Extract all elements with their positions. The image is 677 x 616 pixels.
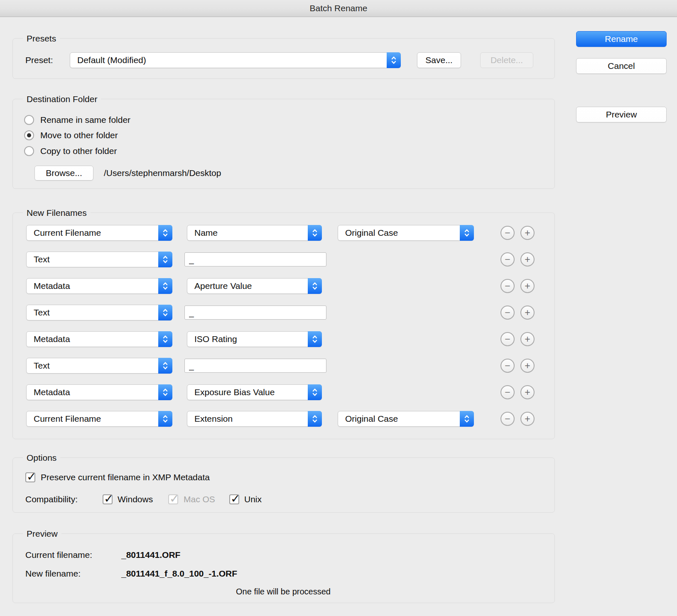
row7-field-value: Exposure Bias Value — [194, 385, 275, 400]
checkmark-icon: ✓ — [104, 492, 113, 506]
remove-icon: − — [505, 361, 510, 371]
row7-add-button[interactable]: + — [520, 385, 535, 399]
new-filename-value: _8011441_f_8.0_100_-1.ORF — [121, 568, 237, 579]
radio-rename-in-same-folder[interactable] — [24, 115, 34, 125]
row6-text-input[interactable] — [184, 359, 326, 373]
row4-element-select[interactable]: Text — [26, 305, 172, 320]
add-icon: + — [525, 281, 530, 291]
row8-remove-button[interactable]: − — [500, 412, 515, 426]
preset-label: Preset: — [25, 55, 53, 66]
row8-element-value: Current Filename — [34, 411, 101, 426]
destination-path: /Users/stephenmarsh/Desktop — [104, 168, 221, 178]
row7-remove-button[interactable]: − — [500, 385, 515, 399]
preview-button[interactable]: Preview — [576, 107, 667, 122]
row1-case-value: Original Case — [345, 225, 398, 240]
row1-element-value: Current Filename — [34, 225, 101, 240]
process-status-text: One file will be processed — [12, 587, 554, 596]
stepper-icon — [308, 225, 322, 241]
row3-add-button[interactable]: + — [520, 279, 535, 293]
preset-select[interactable]: Default (Modified) — [70, 52, 401, 68]
stepper-icon — [158, 411, 172, 427]
remove-icon: − — [505, 388, 510, 397]
row1-add-button[interactable]: + — [520, 226, 535, 240]
row3-field-value: Aperture Value — [194, 279, 252, 293]
row8-case-value: Original Case — [345, 411, 398, 426]
radio-move-to-other-folder[interactable] — [24, 130, 34, 140]
remove-icon: − — [505, 228, 510, 238]
row1-field-value: Name — [194, 225, 218, 240]
row2-remove-button[interactable]: − — [500, 252, 515, 266]
stepper-icon — [158, 384, 172, 400]
add-icon: + — [525, 228, 530, 238]
row7-field-select[interactable]: Exposure Bias Value — [187, 384, 322, 400]
stepper-icon — [158, 331, 172, 347]
row6-element-value: Text — [34, 358, 50, 373]
compatibility-windows-checkbox[interactable]: ✓ — [103, 494, 113, 504]
stepper-icon — [158, 252, 172, 267]
row8-field-select[interactable]: Extension — [187, 411, 322, 427]
row6-add-button[interactable]: + — [520, 359, 535, 373]
radio-move-to-other-folder-label: Move to other folder — [40, 130, 118, 141]
row4-add-button[interactable]: + — [520, 306, 535, 320]
radio-copy-to-other-folder-label: Copy to other folder — [40, 146, 117, 156]
preserve-filename-checkbox[interactable]: ✓ — [25, 472, 35, 482]
browse-button[interactable]: Browse... — [34, 166, 93, 181]
row8-case-select[interactable]: Original Case — [338, 411, 474, 427]
stepper-icon — [460, 225, 474, 241]
row4-text-input[interactable] — [184, 306, 326, 320]
add-icon: + — [525, 361, 530, 371]
row7-element-select[interactable]: Metadata — [26, 384, 172, 400]
row1-field-select[interactable]: Name — [187, 225, 322, 241]
current-filename-label: Current filename: — [25, 550, 92, 560]
current-filename-value: _8011441.ORF — [121, 550, 180, 560]
row2-text-input[interactable] — [184, 252, 326, 266]
stepper-icon — [308, 411, 322, 427]
row8-element-select[interactable]: Current Filename — [26, 411, 172, 427]
save-preset-button[interactable]: Save... — [417, 52, 461, 68]
new-filenames-group: New Filenames — [12, 213, 555, 439]
remove-icon: − — [505, 255, 510, 264]
add-icon: + — [525, 255, 530, 264]
preset-select-value: Default (Modified) — [77, 53, 146, 68]
rename-button[interactable]: Rename — [576, 31, 667, 47]
row1-element-select[interactable]: Current Filename — [26, 225, 172, 241]
remove-icon: − — [505, 335, 510, 344]
row1-remove-button[interactable]: − — [500, 226, 515, 240]
row4-remove-button[interactable]: − — [500, 306, 515, 320]
row5-element-value: Metadata — [34, 332, 70, 347]
row3-remove-button[interactable]: − — [500, 279, 515, 293]
destination-folder-legend: Destination Folder — [23, 94, 101, 105]
compatibility-unix-checkbox[interactable]: ✓ — [229, 494, 239, 504]
row5-remove-button[interactable]: − — [500, 332, 515, 346]
stepper-icon — [308, 331, 322, 347]
remove-icon: − — [505, 414, 510, 424]
window-titlebar[interactable]: Batch Rename — [0, 0, 677, 17]
row2-element-select[interactable]: Text — [26, 252, 172, 267]
radio-copy-to-other-folder[interactable] — [24, 146, 34, 156]
window-title: Batch Rename — [310, 3, 368, 13]
row5-field-value: ISO Rating — [194, 332, 237, 347]
cancel-button[interactable]: Cancel — [576, 58, 667, 74]
row3-element-select[interactable]: Metadata — [26, 278, 172, 294]
stepper-icon — [460, 411, 474, 427]
row8-field-value: Extension — [194, 411, 233, 426]
remove-icon: − — [505, 281, 510, 291]
compatibility-unix-label: Unix — [244, 494, 262, 505]
add-icon: + — [525, 308, 530, 318]
row5-field-select[interactable]: ISO Rating — [187, 331, 322, 347]
row5-add-button[interactable]: + — [520, 332, 535, 346]
row8-add-button[interactable]: + — [520, 412, 535, 426]
row6-remove-button[interactable]: − — [500, 359, 515, 373]
row2-element-value: Text — [34, 252, 50, 267]
row5-element-select[interactable]: Metadata — [26, 331, 172, 347]
delete-preset-button[interactable]: Delete... — [480, 52, 533, 68]
compatibility-macos-checkbox: ✓ — [168, 494, 178, 504]
row7-element-value: Metadata — [34, 385, 70, 400]
row2-add-button[interactable]: + — [520, 252, 535, 266]
row1-case-select[interactable]: Original Case — [338, 225, 474, 241]
row3-field-select[interactable]: Aperture Value — [187, 278, 322, 294]
remove-icon: − — [505, 308, 510, 318]
preserve-filename-label: Preserve current filename in XMP Metadat… — [41, 472, 210, 483]
add-icon: + — [525, 388, 530, 397]
row6-element-select[interactable]: Text — [26, 358, 172, 374]
